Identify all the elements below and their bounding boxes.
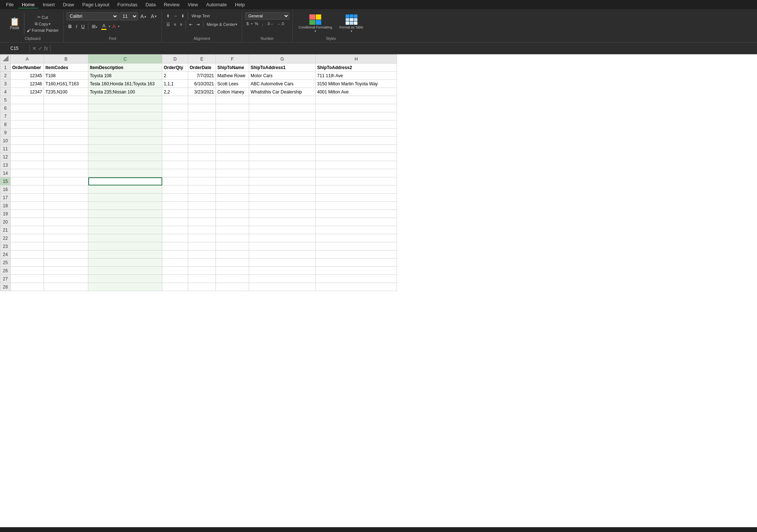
align-top-button[interactable]: ⬆ xyxy=(165,13,171,19)
cell-B28[interactable] xyxy=(44,283,88,291)
row-header-16[interactable]: 16 xyxy=(0,185,11,194)
cell-G24[interactable] xyxy=(249,250,316,259)
cell-E22[interactable] xyxy=(188,234,216,242)
col-header-D[interactable]: D xyxy=(162,55,188,64)
cell-C10[interactable] xyxy=(88,137,162,145)
decrease-font-button[interactable]: A▼ xyxy=(149,13,159,20)
cell-F15[interactable] xyxy=(216,177,249,185)
cell-C4[interactable]: Toyota 235;Nissan 100 xyxy=(88,88,162,96)
cell-E14[interactable] xyxy=(188,169,216,177)
cell-G18[interactable] xyxy=(249,202,316,210)
cell-C26[interactable] xyxy=(88,267,162,275)
menu-data[interactable]: Data xyxy=(142,1,159,8)
fill-dropdown[interactable]: ▾ xyxy=(109,25,110,28)
row-header-27[interactable]: 27 xyxy=(0,275,11,283)
cell-B16[interactable] xyxy=(44,185,88,194)
cell-D7[interactable] xyxy=(162,112,188,120)
cell-G15[interactable] xyxy=(249,177,316,185)
cell-F28[interactable] xyxy=(216,283,249,291)
cell-B4[interactable]: T235,N100 xyxy=(44,88,88,96)
cell-F24[interactable] xyxy=(216,250,249,259)
cell-E24[interactable] xyxy=(188,250,216,259)
cell-H4[interactable]: 4001 Milton Ave xyxy=(316,88,397,96)
cell-G14[interactable] xyxy=(249,169,316,177)
menu-view[interactable]: View xyxy=(184,1,202,8)
cell-F21[interactable] xyxy=(216,226,249,234)
row-header-5[interactable]: 5 xyxy=(0,96,11,104)
bold-button[interactable]: B xyxy=(67,23,74,30)
row-header-3[interactable]: 3 xyxy=(0,80,11,88)
cell-A2[interactable]: 12345 xyxy=(11,72,44,80)
cell-B2[interactable]: T108 xyxy=(44,72,88,80)
cell-H27[interactable] xyxy=(316,275,397,283)
cell-C18[interactable] xyxy=(88,202,162,210)
cell-A15[interactable] xyxy=(11,177,44,185)
cell-D10[interactable] xyxy=(162,137,188,145)
menu-home[interactable]: Home xyxy=(18,1,38,8)
cell-A12[interactable] xyxy=(11,153,44,161)
currency-button[interactable]: $ xyxy=(245,21,250,27)
copy-button[interactable]: ⧉ Copy ▾ xyxy=(25,21,60,27)
cell-D22[interactable] xyxy=(162,234,188,242)
font-family-select[interactable]: Calibri xyxy=(67,12,118,20)
col-header-H[interactable]: H xyxy=(316,55,397,64)
cell-F12[interactable] xyxy=(216,153,249,161)
cell-C19[interactable] xyxy=(88,210,162,218)
cell-F20[interactable] xyxy=(216,218,249,226)
cell-A28[interactable] xyxy=(11,283,44,291)
cell-G8[interactable] xyxy=(249,120,316,129)
cell-C15[interactable] xyxy=(88,177,162,185)
cell-B20[interactable] xyxy=(44,218,88,226)
cell-H1[interactable]: ShipToAddress2 xyxy=(316,64,397,72)
cell-G11[interactable] xyxy=(249,145,316,153)
cell-E28[interactable] xyxy=(188,283,216,291)
formula-input[interactable] xyxy=(53,45,756,52)
cell-D12[interactable] xyxy=(162,153,188,161)
cell-B1[interactable]: ItemCodes xyxy=(44,64,88,72)
cell-B8[interactable] xyxy=(44,120,88,129)
format-painter-button[interactable]: 🖌 Format Painter xyxy=(25,27,60,33)
cell-A5[interactable] xyxy=(11,96,44,104)
cell-F9[interactable] xyxy=(216,129,249,137)
cell-C1[interactable]: ItemDescription xyxy=(88,64,162,72)
cell-E23[interactable] xyxy=(188,242,216,250)
row-header-11[interactable]: 11 xyxy=(0,145,11,153)
currency-dropdown[interactable]: ▾ xyxy=(251,22,252,25)
menu-page-layout[interactable]: Page Layout xyxy=(79,1,113,8)
cell-G6[interactable] xyxy=(249,104,316,112)
cell-E19[interactable] xyxy=(188,210,216,218)
menu-insert[interactable]: Insert xyxy=(39,1,59,8)
cell-F17[interactable] xyxy=(216,194,249,202)
cell-H2[interactable]: 711 11th Ave xyxy=(316,72,397,80)
row-header-2[interactable]: 2 xyxy=(0,72,11,80)
cell-F7[interactable] xyxy=(216,112,249,120)
cell-G27[interactable] xyxy=(249,275,316,283)
borders-button[interactable]: ⊞▾ xyxy=(90,23,99,30)
cell-B11[interactable] xyxy=(44,145,88,153)
cell-H24[interactable] xyxy=(316,250,397,259)
cell-B23[interactable] xyxy=(44,242,88,250)
cell-G17[interactable] xyxy=(249,194,316,202)
cell-B18[interactable] xyxy=(44,202,88,210)
format-as-table-button[interactable]: Format as Table ▾ xyxy=(336,13,366,34)
cell-E10[interactable] xyxy=(188,137,216,145)
cell-E12[interactable] xyxy=(188,153,216,161)
cell-E16[interactable] xyxy=(188,185,216,194)
col-header-B[interactable]: B xyxy=(44,55,88,64)
cell-H19[interactable] xyxy=(316,210,397,218)
cell-C5[interactable] xyxy=(88,96,162,104)
row-header-12[interactable]: 12 xyxy=(0,153,11,161)
cell-G22[interactable] xyxy=(249,234,316,242)
align-right-button[interactable]: ≡ xyxy=(179,21,184,27)
cell-D21[interactable] xyxy=(162,226,188,234)
cell-H6[interactable] xyxy=(316,104,397,112)
row-header-6[interactable]: 6 xyxy=(0,104,11,112)
increase-decimal-button[interactable]: .0→ xyxy=(265,21,275,27)
cell-A14[interactable] xyxy=(11,169,44,177)
cell-A25[interactable] xyxy=(11,259,44,267)
cell-E1[interactable]: OrderDate xyxy=(188,64,216,72)
menu-file[interactable]: File xyxy=(2,1,17,8)
cell-F3[interactable]: Scott Lees xyxy=(216,80,249,88)
cell-B13[interactable] xyxy=(44,161,88,169)
cell-D17[interactable] xyxy=(162,194,188,202)
